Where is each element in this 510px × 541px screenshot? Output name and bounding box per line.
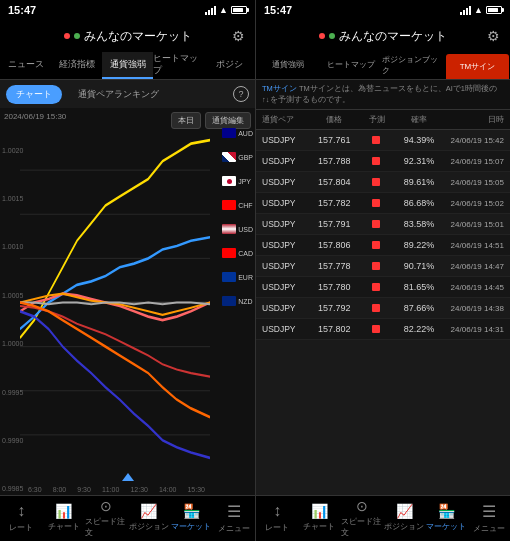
cell-price: 157.791 (313, 219, 355, 229)
nav-market-left[interactable]: 🏪 マーケット (170, 503, 213, 534)
dot-red (64, 33, 70, 39)
sub-tab-ranking[interactable]: 通貨ペアランキング (68, 85, 169, 104)
tab-position[interactable]: ポジシ (204, 52, 255, 79)
menu-label: メニュー (218, 523, 250, 534)
position-label: ポジション (129, 521, 169, 532)
tab-heatmap-right[interactable]: ヒートマップ (319, 52, 382, 79)
battery-icon-right (486, 6, 502, 14)
cell-prob: 92.31% (398, 156, 440, 166)
gear-icon-right[interactable]: ⚙ (487, 28, 500, 44)
cell-price: 157.788 (313, 156, 355, 166)
tab-currency-strength-right[interactable]: 通貨強弱 (256, 52, 319, 79)
cell-time: 24/06/19 14:45 (440, 283, 504, 292)
position-icon: 📈 (140, 503, 157, 519)
tm-sign-table: USDJPY 157.761 94.39% 24/06/19 15:42 USD… (256, 130, 510, 495)
tab-currency-strength[interactable]: 通貨強弱 (102, 52, 153, 79)
table-row[interactable]: USDJPY 157.782 86.68% 24/06/19 15:02 (256, 193, 510, 214)
status-bar-left: 15:47 ▲ (0, 0, 255, 20)
nav-tabs-left: ニュース 経済指標 通貨強弱 ヒートマップ ポジシ (0, 52, 255, 80)
cell-time: 24/06/19 15:05 (440, 178, 504, 187)
wifi-icon-right: ▲ (474, 5, 483, 15)
cell-price: 157.792 (313, 303, 355, 313)
wifi-icon: ▲ (219, 5, 228, 15)
cell-prob: 83.58% (398, 219, 440, 229)
nav-rate-right[interactable]: ↕ レート (256, 502, 298, 535)
cell-predict (355, 241, 397, 249)
table-row[interactable]: USDJPY 157.806 89.22% 24/06/19 14:51 (256, 235, 510, 256)
cell-pair: USDJPY (262, 177, 313, 187)
predict-down-icon (372, 136, 380, 144)
cell-prob: 89.61% (398, 177, 440, 187)
cell-time: 24/06/19 15:42 (440, 136, 504, 145)
predict-down-icon (372, 262, 380, 270)
cell-price: 157.761 (313, 135, 355, 145)
signal-icon (205, 6, 216, 15)
cell-price: 157.780 (313, 282, 355, 292)
nav-market-right[interactable]: 🏪 マーケット (425, 503, 467, 534)
cell-time: 24/06/19 15:02 (440, 199, 504, 208)
table-row[interactable]: USDJPY 157.792 87.66% 24/06/19 14:38 (256, 298, 510, 319)
predict-down-icon (372, 199, 380, 207)
right-screen: 15:47 ▲ みんなのマーケット ⚙ 通貨強弱 ヒートマップ ポジションブック (255, 0, 510, 541)
tab-heatmap[interactable]: ヒートマップ (153, 52, 204, 79)
cell-predict (355, 178, 397, 186)
time-right: 15:47 (264, 4, 292, 16)
signal-icon-right (460, 6, 471, 15)
table-row[interactable]: USDJPY 157.780 81.65% 24/06/19 14:45 (256, 277, 510, 298)
gear-icon-left[interactable]: ⚙ (232, 28, 245, 44)
nav-speed-order-right[interactable]: ⊙ スピード注文 (341, 498, 383, 540)
cell-predict (355, 157, 397, 165)
cell-pair: USDJPY (262, 219, 313, 229)
tab-tm-sign[interactable]: TMサイン (446, 54, 509, 79)
cell-prob: 87.66% (398, 303, 440, 313)
currency-eur: EUR (222, 272, 253, 282)
flag-jpy (222, 176, 236, 186)
position-icon-right: 📈 (396, 503, 413, 519)
currency-nzd: NZD (222, 296, 253, 306)
nav-position-left[interactable]: 📈 ポジション (128, 503, 171, 534)
dot-green (74, 33, 80, 39)
market-label: マーケット (171, 521, 211, 532)
table-row[interactable]: USDJPY 157.788 92.31% 24/06/19 15:07 (256, 151, 510, 172)
cell-pair: USDJPY (262, 156, 313, 166)
nav-rate-left[interactable]: ↕ レート (0, 502, 43, 535)
cell-pair: USDJPY (262, 135, 313, 145)
cell-pair: USDJPY (262, 240, 313, 250)
nav-chart-right[interactable]: 📊 チャート (298, 503, 340, 534)
tab-news[interactable]: ニュース (0, 52, 51, 79)
chart-area: 2024/06/19 15:30 本日 通貨編集 (0, 108, 255, 495)
sub-tab-chart[interactable]: チャート (6, 85, 62, 104)
menu-icon: ☰ (227, 502, 241, 521)
currency-jpy: JPY (222, 176, 253, 186)
table-row[interactable]: USDJPY 157.778 90.71% 24/06/19 14:47 (256, 256, 510, 277)
currency-chf: CHF (222, 200, 253, 210)
nav-speed-order-left[interactable]: ⊙ スピード注文 (85, 498, 128, 540)
tab-economic[interactable]: 経済指標 (51, 52, 102, 79)
today-button[interactable]: 本日 (171, 112, 201, 129)
tab-position-book[interactable]: ポジションブック (382, 52, 445, 79)
col-pair: 通貨ペア (262, 114, 313, 125)
table-row[interactable]: USDJPY 157.802 82.22% 24/06/19 14:31 (256, 319, 510, 340)
bottom-nav-left: ↕ レート 📊 チャート ⊙ スピード注文 📈 ポジション 🏪 マーケット ☰ … (0, 495, 255, 541)
flag-gbp (222, 152, 236, 162)
rate-icon-right: ↕ (273, 502, 281, 520)
chart-date: 2024/06/19 15:30 (4, 112, 66, 121)
cell-predict (355, 136, 397, 144)
nav-menu-left[interactable]: ☰ メニュー (213, 502, 256, 536)
edit-currencies-button[interactable]: 通貨編集 (205, 112, 251, 129)
cell-predict (355, 220, 397, 228)
tm-sign-info: TMサイン TMサインとは、為替ニュースをもとに、AIで1時間後の↑↓を予測する… (256, 80, 510, 110)
nav-chart-left[interactable]: 📊 チャート (43, 503, 86, 534)
time-left: 15:47 (8, 4, 36, 16)
table-row[interactable]: USDJPY 157.761 94.39% 24/06/19 15:42 (256, 130, 510, 151)
cell-prob: 94.39% (398, 135, 440, 145)
table-row[interactable]: USDJPY 157.791 83.58% 24/06/19 15:01 (256, 214, 510, 235)
header-title-right: みんなのマーケット (319, 28, 447, 45)
cell-price: 157.802 (313, 324, 355, 334)
nav-position-right[interactable]: 📈 ポジション (383, 503, 425, 534)
table-row[interactable]: USDJPY 157.804 89.61% 24/06/19 15:05 (256, 172, 510, 193)
col-prob: 確率 (398, 114, 440, 125)
help-icon[interactable]: ? (233, 86, 249, 102)
chart-label-right: チャート (303, 521, 335, 532)
nav-menu-right[interactable]: ☰ メニュー (468, 502, 510, 536)
